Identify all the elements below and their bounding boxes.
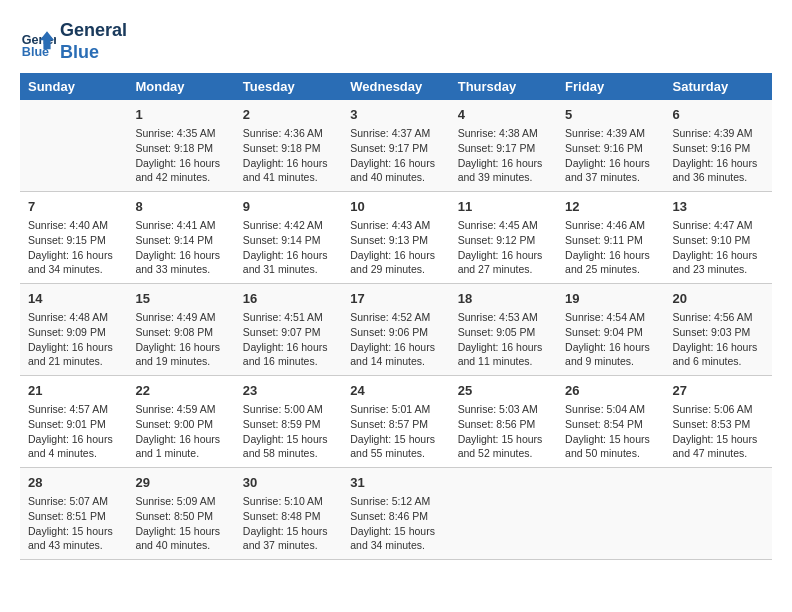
calendar-day-cell: 9Sunrise: 4:42 AM Sunset: 9:14 PM Daylig… xyxy=(235,192,342,284)
day-info: Sunrise: 5:03 AM Sunset: 8:56 PM Dayligh… xyxy=(458,402,549,461)
day-info: Sunrise: 4:48 AM Sunset: 9:09 PM Dayligh… xyxy=(28,310,119,369)
day-number: 6 xyxy=(673,106,764,124)
day-number: 22 xyxy=(135,382,226,400)
day-number: 4 xyxy=(458,106,549,124)
day-info: Sunrise: 5:07 AM Sunset: 8:51 PM Dayligh… xyxy=(28,494,119,553)
day-number: 29 xyxy=(135,474,226,492)
calendar-day-cell: 6Sunrise: 4:39 AM Sunset: 9:16 PM Daylig… xyxy=(665,100,772,191)
logo-text-line1: General xyxy=(60,20,127,42)
day-number: 27 xyxy=(673,382,764,400)
day-number: 12 xyxy=(565,198,656,216)
day-number: 10 xyxy=(350,198,441,216)
calendar-day-cell: 22Sunrise: 4:59 AM Sunset: 9:00 PM Dayli… xyxy=(127,376,234,468)
day-info: Sunrise: 5:01 AM Sunset: 8:57 PM Dayligh… xyxy=(350,402,441,461)
day-number: 31 xyxy=(350,474,441,492)
day-number: 20 xyxy=(673,290,764,308)
day-info: Sunrise: 4:57 AM Sunset: 9:01 PM Dayligh… xyxy=(28,402,119,461)
calendar-day-cell: 15Sunrise: 4:49 AM Sunset: 9:08 PM Dayli… xyxy=(127,284,234,376)
day-info: Sunrise: 5:09 AM Sunset: 8:50 PM Dayligh… xyxy=(135,494,226,553)
day-info: Sunrise: 4:49 AM Sunset: 9:08 PM Dayligh… xyxy=(135,310,226,369)
calendar-day-cell: 31Sunrise: 5:12 AM Sunset: 8:46 PM Dayli… xyxy=(342,467,449,559)
day-info: Sunrise: 4:43 AM Sunset: 9:13 PM Dayligh… xyxy=(350,218,441,277)
calendar-table: SundayMondayTuesdayWednesdayThursdayFrid… xyxy=(20,73,772,560)
day-info: Sunrise: 4:40 AM Sunset: 9:15 PM Dayligh… xyxy=(28,218,119,277)
calendar-day-cell: 18Sunrise: 4:53 AM Sunset: 9:05 PM Dayli… xyxy=(450,284,557,376)
day-number: 13 xyxy=(673,198,764,216)
logo-icon: General Blue xyxy=(20,24,56,60)
day-info: Sunrise: 4:46 AM Sunset: 9:11 PM Dayligh… xyxy=(565,218,656,277)
weekday-header-row: SundayMondayTuesdayWednesdayThursdayFrid… xyxy=(20,73,772,100)
calendar-day-cell xyxy=(450,467,557,559)
calendar-day-cell: 14Sunrise: 4:48 AM Sunset: 9:09 PM Dayli… xyxy=(20,284,127,376)
day-number: 5 xyxy=(565,106,656,124)
calendar-day-cell: 11Sunrise: 4:45 AM Sunset: 9:12 PM Dayli… xyxy=(450,192,557,284)
weekday-header-cell: Tuesday xyxy=(235,73,342,100)
calendar-day-cell: 20Sunrise: 4:56 AM Sunset: 9:03 PM Dayli… xyxy=(665,284,772,376)
day-number: 2 xyxy=(243,106,334,124)
calendar-day-cell: 16Sunrise: 4:51 AM Sunset: 9:07 PM Dayli… xyxy=(235,284,342,376)
day-number: 18 xyxy=(458,290,549,308)
calendar-week-row: 21Sunrise: 4:57 AM Sunset: 9:01 PM Dayli… xyxy=(20,376,772,468)
weekday-header-cell: Wednesday xyxy=(342,73,449,100)
day-info: Sunrise: 4:47 AM Sunset: 9:10 PM Dayligh… xyxy=(673,218,764,277)
calendar-day-cell: 25Sunrise: 5:03 AM Sunset: 8:56 PM Dayli… xyxy=(450,376,557,468)
calendar-day-cell: 13Sunrise: 4:47 AM Sunset: 9:10 PM Dayli… xyxy=(665,192,772,284)
calendar-day-cell xyxy=(20,100,127,191)
calendar-day-cell: 3Sunrise: 4:37 AM Sunset: 9:17 PM Daylig… xyxy=(342,100,449,191)
calendar-day-cell: 30Sunrise: 5:10 AM Sunset: 8:48 PM Dayli… xyxy=(235,467,342,559)
calendar-day-cell: 10Sunrise: 4:43 AM Sunset: 9:13 PM Dayli… xyxy=(342,192,449,284)
day-info: Sunrise: 4:39 AM Sunset: 9:16 PM Dayligh… xyxy=(565,126,656,185)
day-info: Sunrise: 4:41 AM Sunset: 9:14 PM Dayligh… xyxy=(135,218,226,277)
day-info: Sunrise: 5:00 AM Sunset: 8:59 PM Dayligh… xyxy=(243,402,334,461)
calendar-day-cell: 4Sunrise: 4:38 AM Sunset: 9:17 PM Daylig… xyxy=(450,100,557,191)
calendar-day-cell xyxy=(665,467,772,559)
day-info: Sunrise: 4:56 AM Sunset: 9:03 PM Dayligh… xyxy=(673,310,764,369)
calendar-day-cell: 27Sunrise: 5:06 AM Sunset: 8:53 PM Dayli… xyxy=(665,376,772,468)
day-info: Sunrise: 4:54 AM Sunset: 9:04 PM Dayligh… xyxy=(565,310,656,369)
calendar-week-row: 14Sunrise: 4:48 AM Sunset: 9:09 PM Dayli… xyxy=(20,284,772,376)
day-number: 30 xyxy=(243,474,334,492)
calendar-day-cell xyxy=(557,467,664,559)
day-number: 14 xyxy=(28,290,119,308)
day-info: Sunrise: 4:42 AM Sunset: 9:14 PM Dayligh… xyxy=(243,218,334,277)
day-number: 28 xyxy=(28,474,119,492)
day-number: 16 xyxy=(243,290,334,308)
day-number: 1 xyxy=(135,106,226,124)
weekday-header-cell: Saturday xyxy=(665,73,772,100)
day-info: Sunrise: 4:35 AM Sunset: 9:18 PM Dayligh… xyxy=(135,126,226,185)
logo-text-line2: Blue xyxy=(60,42,127,64)
day-info: Sunrise: 4:37 AM Sunset: 9:17 PM Dayligh… xyxy=(350,126,441,185)
day-info: Sunrise: 5:10 AM Sunset: 8:48 PM Dayligh… xyxy=(243,494,334,553)
day-number: 24 xyxy=(350,382,441,400)
calendar-week-row: 1Sunrise: 4:35 AM Sunset: 9:18 PM Daylig… xyxy=(20,100,772,191)
day-info: Sunrise: 4:45 AM Sunset: 9:12 PM Dayligh… xyxy=(458,218,549,277)
day-number: 7 xyxy=(28,198,119,216)
calendar-day-cell: 26Sunrise: 5:04 AM Sunset: 8:54 PM Dayli… xyxy=(557,376,664,468)
calendar-day-cell: 19Sunrise: 4:54 AM Sunset: 9:04 PM Dayli… xyxy=(557,284,664,376)
calendar-day-cell: 23Sunrise: 5:00 AM Sunset: 8:59 PM Dayli… xyxy=(235,376,342,468)
calendar-body: 1Sunrise: 4:35 AM Sunset: 9:18 PM Daylig… xyxy=(20,100,772,559)
day-info: Sunrise: 4:38 AM Sunset: 9:17 PM Dayligh… xyxy=(458,126,549,185)
calendar-day-cell: 7Sunrise: 4:40 AM Sunset: 9:15 PM Daylig… xyxy=(20,192,127,284)
weekday-header-cell: Monday xyxy=(127,73,234,100)
day-number: 23 xyxy=(243,382,334,400)
day-info: Sunrise: 5:12 AM Sunset: 8:46 PM Dayligh… xyxy=(350,494,441,553)
day-number: 9 xyxy=(243,198,334,216)
calendar-day-cell: 21Sunrise: 4:57 AM Sunset: 9:01 PM Dayli… xyxy=(20,376,127,468)
calendar-day-cell: 12Sunrise: 4:46 AM Sunset: 9:11 PM Dayli… xyxy=(557,192,664,284)
day-number: 25 xyxy=(458,382,549,400)
day-info: Sunrise: 4:52 AM Sunset: 9:06 PM Dayligh… xyxy=(350,310,441,369)
day-info: Sunrise: 4:36 AM Sunset: 9:18 PM Dayligh… xyxy=(243,126,334,185)
day-number: 21 xyxy=(28,382,119,400)
calendar-day-cell: 28Sunrise: 5:07 AM Sunset: 8:51 PM Dayli… xyxy=(20,467,127,559)
logo: General Blue General Blue xyxy=(20,20,127,63)
day-number: 3 xyxy=(350,106,441,124)
day-number: 26 xyxy=(565,382,656,400)
calendar-day-cell: 17Sunrise: 4:52 AM Sunset: 9:06 PM Dayli… xyxy=(342,284,449,376)
day-number: 8 xyxy=(135,198,226,216)
weekday-header-cell: Sunday xyxy=(20,73,127,100)
header: General Blue General Blue xyxy=(20,20,772,63)
day-number: 17 xyxy=(350,290,441,308)
day-number: 15 xyxy=(135,290,226,308)
day-info: Sunrise: 4:39 AM Sunset: 9:16 PM Dayligh… xyxy=(673,126,764,185)
